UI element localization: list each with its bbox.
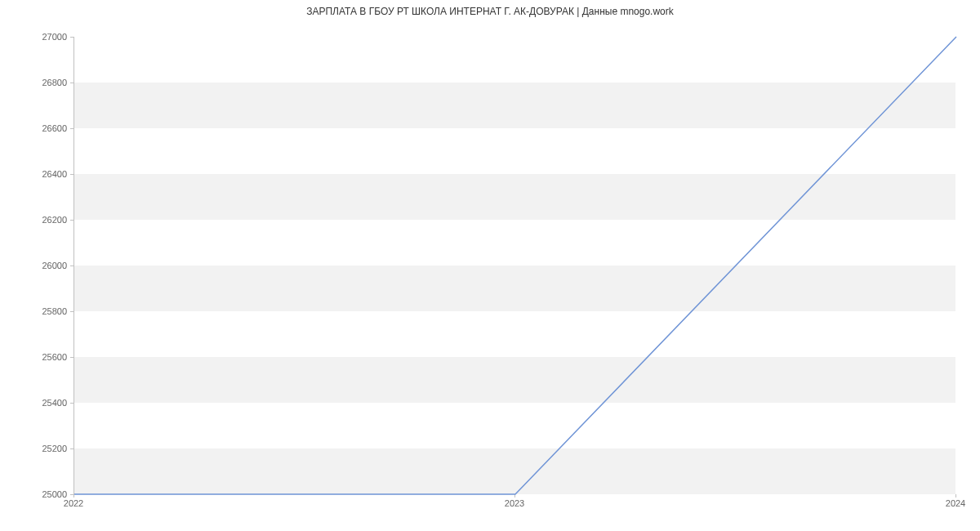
plot-area <box>74 37 956 494</box>
x-tick-label: 2024 <box>946 498 965 508</box>
y-tick-label: 26600 <box>10 123 67 133</box>
y-tick-mark <box>70 266 74 266</box>
y-tick-mark <box>70 403 74 404</box>
y-tick-label: 27000 <box>10 32 67 42</box>
chart-title: ЗАРПЛАТА В ГБОУ РТ ШКОЛА ИНТЕРНАТ Г. АК-… <box>0 6 980 17</box>
y-tick-mark <box>70 174 74 175</box>
y-tick-mark <box>70 128 74 129</box>
line-series <box>74 37 956 493</box>
x-tick-label: 2022 <box>64 498 83 508</box>
x-tick-mark <box>74 494 74 498</box>
series-line <box>74 37 956 494</box>
x-tick-label: 2023 <box>505 498 524 508</box>
y-tick-label: 25600 <box>10 352 67 362</box>
y-tick-label: 25000 <box>10 489 67 499</box>
y-tick-mark <box>70 37 74 38</box>
y-tick-label: 25800 <box>10 306 67 316</box>
y-tick-mark <box>70 357 74 358</box>
y-tick-label: 26800 <box>10 78 67 87</box>
y-tick-mark <box>70 83 74 83</box>
x-tick-mark <box>956 494 956 498</box>
y-tick-label: 26200 <box>10 215 67 225</box>
y-tick-mark <box>70 311 74 312</box>
y-tick-label: 26400 <box>10 169 67 179</box>
y-tick-label: 25400 <box>10 398 67 408</box>
chart-container: ЗАРПЛАТА В ГБОУ РТ ШКОЛА ИНТЕРНАТ Г. АК-… <box>0 0 980 531</box>
y-tick-label: 25200 <box>10 444 67 453</box>
y-tick-mark <box>70 448 74 449</box>
y-tick-mark <box>70 220 74 221</box>
y-tick-label: 26000 <box>10 261 67 270</box>
